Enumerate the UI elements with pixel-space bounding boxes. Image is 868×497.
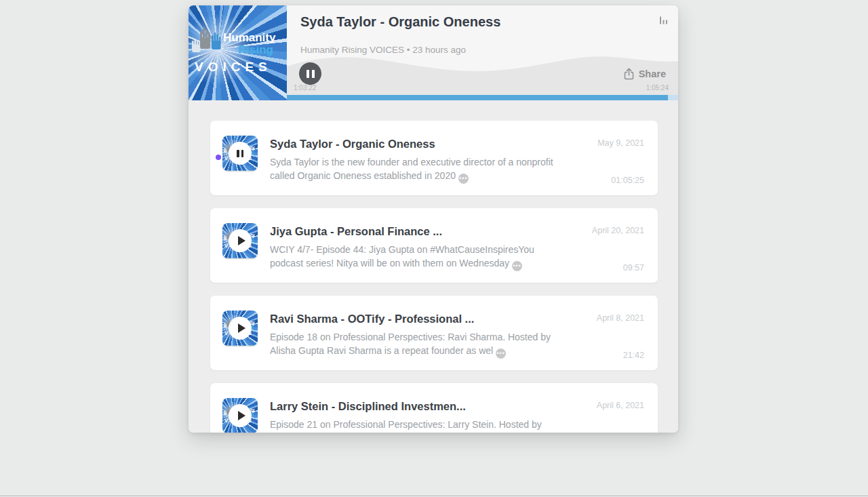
play-overlay-button[interactable] [229,317,252,340]
share-label: Share [639,68,666,79]
episode-duration: 21:42 [623,351,644,360]
elapsed-time: 1:03:22 [294,84,316,92]
brand-text-voices: VOICES [195,60,272,75]
pause-overlay-button[interactable] [229,142,252,165]
pause-icon [237,150,239,157]
player-header: Humanity Rising VOICES Syda Taylor - Org… [189,5,678,100]
share-button[interactable]: Share [624,68,666,80]
page-background: { "widget": { "artwork": { "brand_line1"… [0,0,868,497]
share-icon [624,68,634,80]
now-playing-byline: Humanity Rising VOICES • 23 hours ago [300,45,466,55]
play-overlay-button[interactable] [229,229,252,252]
expand-description-icon[interactable]: ••• [458,174,469,184]
play-icon [238,236,245,245]
wave-decoration [287,52,678,95]
episode-thumbnail-play[interactable]: Humanity Rising VOICES [222,136,258,171]
podcast-cover-art: Humanity Rising VOICES [189,5,287,100]
episode-card[interactable]: Humanity Rising VOICES Syda Taylor - Org… [210,121,658,195]
progress-bar[interactable] [287,95,678,100]
brand-text-humanity: Humanity [223,31,275,45]
episode-date: April 20, 2021 [592,226,644,235]
unplayed-dot [216,155,221,160]
brand-text-rising: Rising [238,43,273,57]
episode-card[interactable]: Humanity Rising VOICES Ravi Sharma - OOT… [210,296,658,370]
play-icon [238,323,245,333]
episode-date: May 9, 2021 [597,138,644,148]
play-icon [238,411,245,420]
episode-description: Episode 21 on Professional Perspectives:… [270,418,570,433]
episode-thumbnail-play[interactable]: Humanity Rising VOICES [222,398,258,433]
now-playing-title: Syda Taylor - Organic Oneness [300,14,500,30]
episode-description: Syda Taylor is the new founder and execu… [270,155,570,184]
episode-card[interactable]: Humanity Rising VOICES Larry Stein - Dis… [210,383,658,433]
hands-logo-icon [191,26,228,58]
progress-fill [287,95,668,100]
pause-icon [307,70,309,78]
pause-button[interactable] [299,62,321,85]
episode-thumbnail-play[interactable]: Humanity Rising VOICES [222,311,258,346]
episode-title: Syda Taylor - Organic Oneness [270,138,435,151]
episode-duration: 01:05:25 [611,176,644,185]
play-overlay-button[interactable] [229,404,252,427]
podcast-player-widget: Humanity Rising VOICES Syda Taylor - Org… [189,5,678,433]
episode-duration: 09:57 [623,263,644,273]
episode-description: Episode 18 on Professional Perspectives:… [270,330,570,359]
player-controls-area: Syda Taylor - Organic Oneness Humanity R… [287,5,678,100]
episode-list: Humanity Rising VOICES Syda Taylor - Org… [189,100,678,433]
episode-title: Jiya Gupta - Personal Finance ... [270,225,442,238]
episode-description: WCIY 4/7- Episode 44: Jiya Gupta on #Wha… [270,243,570,271]
episode-title: Ravi Sharma - OOTify - Professional ... [270,313,474,325]
episode-card[interactable]: Humanity Rising VOICES Jiya Gupta - Pers… [210,208,658,283]
expand-description-icon[interactable]: ••• [512,261,522,271]
episode-thumbnail-play[interactable]: Humanity Rising VOICES [222,223,258,258]
episode-date: April 6, 2021 [597,401,644,410]
total-time: 1:05:24 [646,84,669,92]
expand-description-icon[interactable]: ••• [496,349,506,359]
stats-bars-icon[interactable] [660,16,668,24]
episode-title: Larry Stein - Disciplined Investmen... [270,400,466,413]
episode-date: April 8, 2021 [597,313,644,323]
